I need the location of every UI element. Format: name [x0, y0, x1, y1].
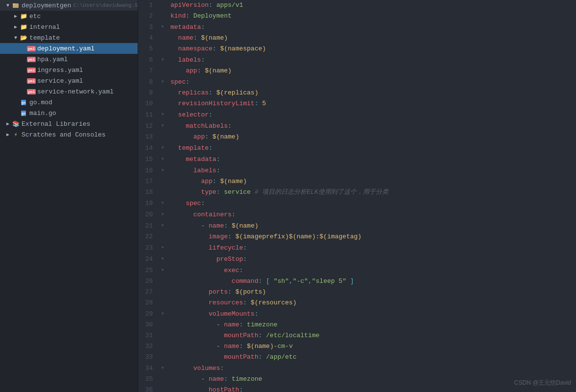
- internal-folder-icon: [20, 23, 27, 31]
- fold-gutter-29[interactable]: [159, 308, 167, 320]
- code-content-1: apiVersion: apps/v1: [167, 0, 243, 11]
- code-content-33: mountPath: /app/etc: [167, 352, 296, 363]
- line-num-13: 13: [138, 132, 159, 142]
- code-line-3: 3 metadata:: [138, 22, 576, 33]
- scratches-icon: [12, 131, 20, 138]
- fold-gutter-25[interactable]: [159, 265, 167, 276]
- hpa-yaml-icon: yml: [27, 55, 35, 63]
- fold-gutter-3[interactable]: [159, 22, 167, 33]
- ext-lib-arrow[interactable]: [4, 120, 12, 128]
- scratches-and-consoles[interactable]: Scratches and Consoles: [0, 129, 138, 140]
- go-mod-icon: go: [20, 98, 27, 106]
- project-expand-arrow[interactable]: [4, 1, 12, 9]
- line-num-7: 7: [138, 66, 159, 76]
- code-line-8: 8 spec:: [138, 76, 576, 88]
- code-editor[interactable]: 1 apiVersion: apps/v1 2 kind: Deployment…: [138, 0, 576, 392]
- svg-text:go: go: [22, 101, 25, 105]
- etc-label: etc: [29, 13, 41, 20]
- file-tree[interactable]: deploymentgen C:\Users\davidwang.SC... e…: [0, 0, 138, 392]
- folder-template[interactable]: template: [0, 32, 138, 43]
- main-go-icon: go: [20, 109, 27, 117]
- service-network-yaml-icon: yml: [27, 88, 35, 95]
- fold-gutter-20[interactable]: [159, 209, 167, 220]
- file-ingress-yaml[interactable]: yml ingress.yaml: [0, 65, 138, 75]
- line-num-11: 11: [138, 110, 159, 120]
- fold-gutter-6[interactable]: [159, 54, 167, 66]
- line-num-10: 10: [138, 98, 159, 109]
- deployment-yaml-icon: yml: [27, 45, 35, 52]
- folder-internal[interactable]: internal: [0, 22, 138, 32]
- line-num-29: 29: [138, 309, 159, 320]
- code-content-10: revisionHistoryLimit: 5: [167, 98, 266, 109]
- internal-expand-arrow[interactable]: [12, 23, 20, 31]
- code-line-14: 14 template:: [138, 142, 576, 154]
- fold-gutter-11[interactable]: [159, 109, 167, 120]
- service-yaml-label: service.yaml: [37, 77, 83, 85]
- fold-gutter-23[interactable]: [159, 242, 167, 254]
- code-line-24: 24 preStop:: [138, 254, 576, 265]
- fold-gutter-12[interactable]: [159, 120, 167, 132]
- scratches-label: Scratches and Consoles: [22, 131, 106, 138]
- fold-gutter-16[interactable]: [159, 165, 167, 176]
- line-num-30: 30: [138, 320, 159, 330]
- code-content-34: volumes:: [167, 363, 224, 374]
- code-line-5: 5 namespace: $(namespace): [138, 44, 576, 54]
- fold-gutter-15[interactable]: [159, 154, 167, 165]
- template-expand-arrow[interactable]: [12, 34, 20, 42]
- line-num-26: 26: [138, 276, 159, 287]
- line-num-20: 20: [138, 209, 159, 220]
- file-service-yaml[interactable]: yml service.yaml: [0, 75, 138, 86]
- code-line-30: 30 - name: timezone: [138, 320, 576, 330]
- code-line-31: 31 mountPath: /etc/localtime: [138, 330, 576, 341]
- svg-text:go: go: [22, 112, 25, 115]
- code-content-21: - name: $(name): [167, 221, 259, 231]
- code-content-25: exec:: [167, 265, 243, 276]
- svg-rect-1: [13, 3, 15, 4]
- code-line-28: 28 resources: $(resources): [138, 298, 576, 308]
- code-line-11: 11 selector:: [138, 109, 576, 120]
- fold-gutter-8[interactable]: [159, 76, 167, 88]
- line-num-35: 35: [138, 374, 159, 385]
- project-root[interactable]: deploymentgen C:\Users\davidwang.SC...: [0, 0, 138, 11]
- deployment-yaml-label: deployment.yaml: [37, 45, 95, 52]
- etc-expand-arrow[interactable]: [12, 12, 20, 20]
- line-num-12: 12: [138, 121, 159, 132]
- line-num-19: 19: [138, 198, 159, 209]
- code-line-7: 7 app: $(name): [138, 66, 576, 76]
- fold-gutter-14[interactable]: [159, 142, 167, 154]
- ext-lib-icon: [12, 120, 20, 128]
- file-main-go[interactable]: go main.go: [0, 108, 138, 118]
- file-deployment-yaml[interactable]: yml deployment.yaml: [0, 43, 138, 54]
- ingress-yaml-icon: yml: [27, 66, 35, 74]
- line-num-23: 23: [138, 243, 159, 254]
- code-line-10: 10 revisionHistoryLimit: 5: [138, 98, 576, 109]
- code-line-36: 36 hostPath:: [138, 385, 576, 392]
- external-libraries[interactable]: External Libraries: [0, 118, 138, 129]
- code-content-16: labels:: [167, 165, 220, 176]
- code-content-14: template:: [167, 143, 213, 154]
- code-line-6: 6 labels:: [138, 54, 576, 66]
- code-content-19: spec:: [167, 198, 205, 209]
- code-line-17: 17 app: $(name): [138, 176, 576, 187]
- line-num-5: 5: [138, 44, 159, 54]
- fold-gutter-34[interactable]: [159, 363, 167, 374]
- folder-etc[interactable]: etc: [0, 11, 138, 22]
- file-service-network-yaml[interactable]: yml service-network.yaml: [0, 86, 138, 97]
- fold-gutter-21[interactable]: [159, 220, 167, 231]
- file-hpa-yaml[interactable]: yml hpa.yaml: [0, 54, 138, 65]
- line-num-28: 28: [138, 298, 159, 308]
- code-line-23: 23 lifecycle:: [138, 242, 576, 254]
- etc-folder-icon: [20, 12, 27, 20]
- internal-label: internal: [29, 23, 60, 31]
- code-line-2: 2 kind: Deployment: [138, 11, 576, 22]
- line-num-15: 15: [138, 154, 159, 165]
- ext-lib-label: External Libraries: [22, 120, 90, 128]
- fold-gutter-24[interactable]: [159, 254, 167, 265]
- scratches-arrow[interactable]: [4, 131, 12, 138]
- fold-gutter-19[interactable]: [159, 198, 167, 209]
- code-line-12: 12 matchLabels:: [138, 120, 576, 132]
- file-go-mod[interactable]: go go.mod: [0, 97, 138, 108]
- line-num-4: 4: [138, 33, 159, 44]
- code-content-11: selector:: [167, 110, 213, 120]
- code-content-3: metadata:: [167, 22, 205, 33]
